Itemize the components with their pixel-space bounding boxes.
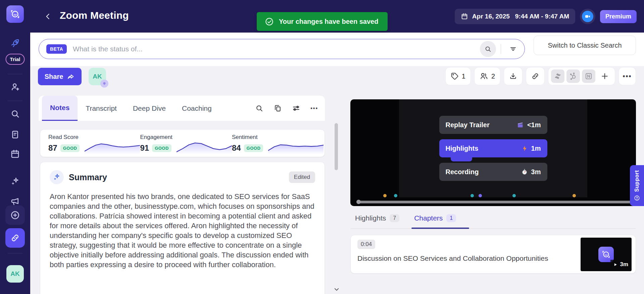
timeline-marker[interactable] [512,194,516,197]
chapter-thumbnail[interactable]: 3m [581,238,632,271]
tags-count: 1 [462,72,465,80]
tag-icon [451,72,459,80]
tab-deep-dive[interactable]: Deep Dive [125,96,174,121]
active-tab-underline [411,228,469,229]
sidebar-item-invite[interactable] [10,82,20,92]
tab-highlights[interactable]: Highlights 7 [355,213,399,222]
timeline-marker[interactable] [479,194,482,197]
ai-search-bar[interactable]: BETA [39,39,525,59]
highlights-label: Highlights [446,145,479,152]
sidebar-item-calendar[interactable] [10,149,20,159]
play-icon [613,262,617,267]
confluence-integration-button[interactable] [551,69,564,83]
playhead-handle[interactable] [356,200,361,204]
more-options-button[interactable]: ••• [618,67,636,85]
sidebar-item-getting-started[interactable] [10,38,20,48]
notion-integration-button[interactable] [582,69,595,83]
video-player[interactable]: Replay Trailer <1m Highlights 1m Recordi… [350,99,636,206]
rocket-icon [10,38,20,48]
metric-engagement: Engagement 91 GOOD [140,134,232,153]
timeline-marker[interactable] [383,194,387,197]
highlights-button[interactable]: Highlights 1m [439,139,547,157]
participant-avatar[interactable]: AK [89,68,106,85]
search-icon [10,109,20,119]
replay-trailer-button[interactable]: Replay Trailer <1m [439,116,547,134]
copy-link-button[interactable] [526,67,545,85]
sparkles-icon [10,177,20,187]
search-input[interactable] [73,45,480,53]
engagement-sparkline [177,142,232,154]
filter-icon [509,45,517,53]
sidebar-item-meetings-library[interactable] [10,130,20,140]
gem-badge-icon [100,80,108,88]
chevron-down-icon [334,286,340,292]
tags-button[interactable]: 1 [445,67,471,85]
sidebar-item-ai-tools[interactable] [10,177,20,187]
premium-badge[interactable]: Premium [600,10,637,23]
sidebar-item-search[interactable] [10,109,20,119]
chapter-list-item[interactable]: 0:04 Discussion on SEO Services and Coll… [350,235,636,274]
check-circle-icon [265,17,274,26]
user-avatar[interactable]: AK [6,265,24,283]
tab-coaching[interactable]: Coaching [174,96,220,121]
tab-transcript[interactable]: Transcript [78,96,125,121]
share-arrow-icon [67,72,75,81]
ellipsis-icon: ••• [623,72,632,80]
chapter-duration: 3m [620,261,628,268]
metric-label: Sentiment [232,134,324,141]
sentiment-sparkline [268,142,324,154]
back-button[interactable] [42,11,54,22]
calendar-icon [10,149,20,159]
chevron-left-icon [44,12,52,21]
read-score-sparkline [85,142,140,154]
search-submit-button[interactable] [480,41,496,57]
notes-more-button[interactable]: ••• [310,105,318,111]
copy-notes-button[interactable] [274,104,282,112]
chapter-timestamp: 0:04 [357,240,375,249]
switch-classic-search-button[interactable]: Switch to Classic Search [534,36,636,55]
timeline-marker[interactable] [470,194,474,197]
download-button[interactable] [504,67,523,85]
hubspot-icon [569,72,577,80]
meeting-date: Apr 16, 2025 [472,13,510,20]
scroll-down-button[interactable] [334,286,340,292]
meeting-toolbar: 1 2 [445,67,636,85]
plus-icon [600,72,609,81]
timeline-marker[interactable] [573,194,576,197]
sidebar-item-integrations-active[interactable] [5,228,25,248]
summary-text[interactable]: Aron Kantor presented his two brands, on… [50,192,318,270]
left-panel-scrollbar-thumb[interactable] [335,123,338,170]
support-tab[interactable]: Support [630,165,644,206]
sidebar-item-add-meeting[interactable] [5,205,25,225]
highlights-count-badge: 7 [390,214,399,222]
status-badge: GOOD [60,144,80,152]
notes-settings-button[interactable] [292,104,300,112]
participants-button[interactable]: 2 [474,67,500,85]
filter-button[interactable] [506,42,521,56]
app-logo[interactable] [6,5,24,23]
status-badge: GOOD [244,144,263,152]
replay-trailer-duration: <1m [527,121,541,129]
video-progress-bar[interactable] [359,201,631,203]
trial-badge[interactable]: Trial [6,54,25,65]
beta-badge: BETA [46,44,67,54]
sparkles-icon [50,170,64,184]
highlights-nub [451,157,472,161]
hubspot-integration-button[interactable] [566,69,580,83]
summary-card: Summary Edited Aron Kantor presented his… [40,162,325,294]
tab-notes[interactable]: Notes [42,96,78,121]
highlights-duration: 1m [531,145,541,152]
person-add-icon [10,82,20,92]
notes-search-button[interactable] [255,104,263,112]
share-button[interactable]: Share [38,68,82,85]
timeline-marker[interactable] [394,194,397,197]
tab-chapters[interactable]: Chapters 1 [414,213,456,222]
support-label: Support [634,170,640,192]
toast-message: Your changes have been saved [279,18,378,26]
meeting-datetime[interactable]: Apr 16, 2025 9:44 AM - 9:47 AM [455,9,575,24]
recording-button[interactable]: Recording 3m [439,163,547,181]
zoom-source-button[interactable] [580,9,595,24]
summary-title: Summary [69,173,107,182]
sidebar-divider [8,74,22,74]
add-integration-button[interactable] [597,69,612,84]
